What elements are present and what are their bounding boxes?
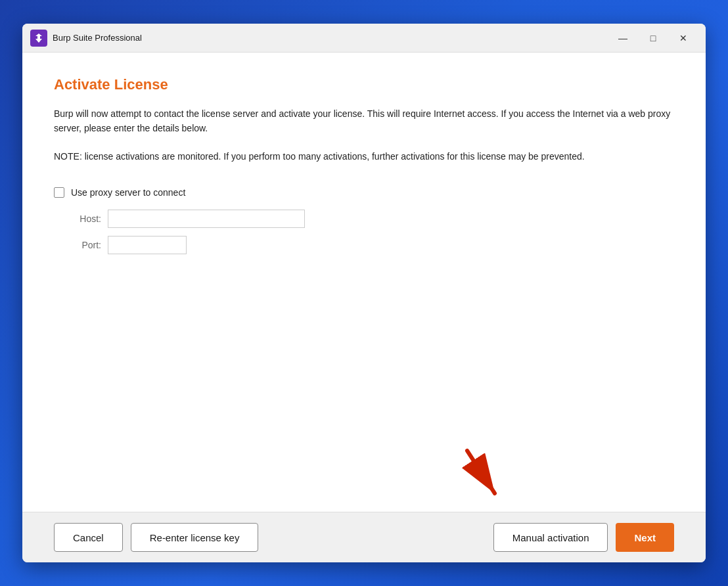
svg-marker-0 [35, 34, 42, 43]
footer: Cancel Re-enter license key Manual activ… [22, 512, 706, 562]
footer-left: Cancel Re-enter license key [54, 523, 258, 552]
main-window: Burp Suite Professional — □ ✕ Activate L… [22, 24, 706, 562]
proxy-checkbox[interactable] [54, 187, 64, 198]
maximize-button[interactable]: □ [639, 28, 668, 49]
page-title: Activate License [54, 76, 674, 93]
app-icon [30, 30, 47, 47]
arrow-indicator: Manual activation [493, 523, 608, 552]
title-bar: Burp Suite Professional — □ ✕ [22, 24, 706, 53]
minimize-button[interactable]: — [608, 28, 637, 49]
port-label: Port: [71, 240, 101, 250]
reenter-license-button[interactable]: Re-enter license key [131, 523, 259, 552]
content-area: Activate License Burp will now attempt t… [22, 53, 706, 512]
host-input[interactable] [108, 210, 305, 228]
port-field-row: Port: [71, 236, 674, 254]
proxy-checkbox-row: Use proxy server to connect [54, 187, 674, 198]
note-text: NOTE: license activations are monitored.… [54, 149, 674, 164]
proxy-checkbox-label: Use proxy server to connect [71, 187, 185, 198]
proxy-section: Use proxy server to connect Host: Port: [54, 187, 674, 262]
host-label: Host: [71, 214, 101, 224]
cancel-button[interactable]: Cancel [54, 523, 123, 552]
host-field-row: Host: [71, 210, 674, 228]
description-text: Burp will now attempt to contact the lic… [54, 106, 674, 136]
window-title: Burp Suite Professional [53, 33, 608, 43]
port-input[interactable] [108, 236, 187, 254]
manual-activation-button[interactable]: Manual activation [493, 523, 608, 552]
window-controls: — □ ✕ [608, 28, 698, 49]
footer-right: Manual activation Next [493, 523, 674, 552]
next-button[interactable]: Next [616, 523, 674, 552]
close-button[interactable]: ✕ [669, 28, 698, 49]
